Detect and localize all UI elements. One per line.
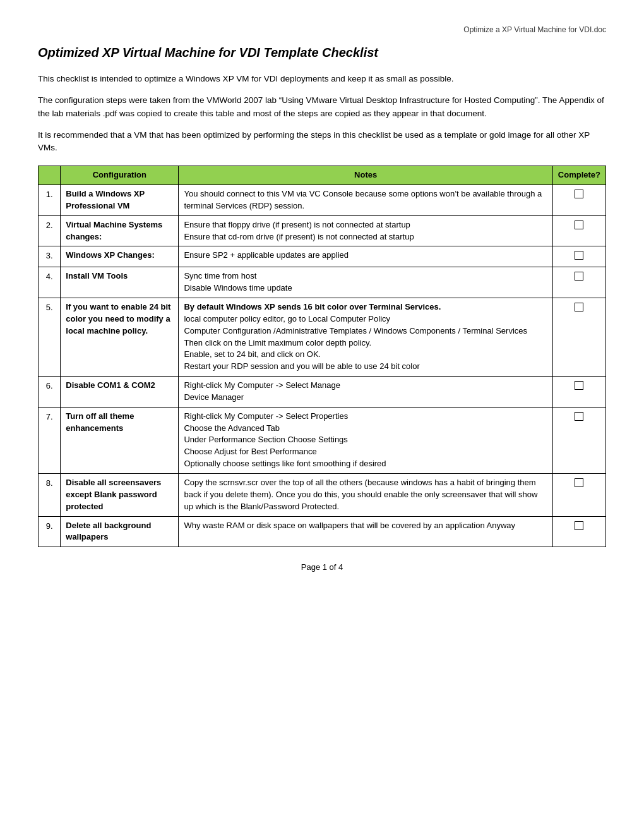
row-notes: Copy the scrnsvr.scr over the top of all… xyxy=(179,473,552,516)
row-config: Virtual Machine Systems changes: xyxy=(61,215,179,246)
row-complete-cell[interactable] xyxy=(552,377,605,408)
row-complete-cell[interactable] xyxy=(552,215,605,246)
table-row: 3.Windows XP Changes:Ensure SP2 + applic… xyxy=(39,246,606,267)
row-complete-cell[interactable] xyxy=(552,516,605,547)
row-complete-cell[interactable] xyxy=(552,473,605,516)
intro-paragraph-1: This checklist is intended to optimize a… xyxy=(38,73,606,85)
row-number: 2. xyxy=(39,215,61,246)
table-row: 1.Build a Windows XP Professional VMYou … xyxy=(39,185,606,216)
col-header-num xyxy=(39,166,61,185)
table-row: 9.Delete all background wallpapersWhy wa… xyxy=(39,516,606,547)
row-number: 4. xyxy=(39,267,61,298)
complete-checkbox[interactable] xyxy=(575,251,583,260)
row-notes: Right-click My Computer -> Select Manage… xyxy=(179,377,552,408)
col-header-complete: Complete? xyxy=(552,166,605,185)
row-notes: Sync time from hostDisable Windows time … xyxy=(179,267,552,298)
row-notes: Right-click My Computer -> Select Proper… xyxy=(179,407,552,473)
row-notes: By default Windows XP sends 16 bit color… xyxy=(179,298,552,377)
table-row: 8.Disable all screensavers except Blank … xyxy=(39,473,606,516)
row-number: 8. xyxy=(39,473,61,516)
row-number: 7. xyxy=(39,407,61,473)
row-notes: Why waste RAM or disk space on wallpaper… xyxy=(179,516,552,547)
col-header-config: Configuration xyxy=(61,166,179,185)
complete-checkbox[interactable] xyxy=(575,381,583,390)
row-config: Windows XP Changes: xyxy=(61,246,179,267)
row-config: Build a Windows XP Professional VM xyxy=(61,185,179,216)
intro-paragraph-3: It is recommended that a VM that has bee… xyxy=(38,129,606,155)
row-config: Delete all background wallpapers xyxy=(61,516,179,547)
row-config: Disable COM1 & COM2 xyxy=(61,377,179,408)
row-complete-cell[interactable] xyxy=(552,298,605,377)
complete-checkbox[interactable] xyxy=(575,412,583,421)
row-complete-cell[interactable] xyxy=(552,246,605,267)
row-complete-cell[interactable] xyxy=(552,267,605,298)
checklist-table: Configuration Notes Complete? 1.Build a … xyxy=(38,166,606,547)
row-notes: Ensure SP2 + applicable updates are appl… xyxy=(179,246,552,267)
complete-checkbox[interactable] xyxy=(575,272,583,281)
table-row: 7.Turn off all theme enhancementsRight-c… xyxy=(39,407,606,473)
row-complete-cell[interactable] xyxy=(552,407,605,473)
row-number: 3. xyxy=(39,246,61,267)
row-number: 9. xyxy=(39,516,61,547)
table-row: 4.Install VM ToolsSync time from hostDis… xyxy=(39,267,606,298)
row-config: Disable all screensavers except Blank pa… xyxy=(61,473,179,516)
row-number: 1. xyxy=(39,185,61,216)
complete-checkbox[interactable] xyxy=(575,190,583,198)
row-config: Turn off all theme enhancements xyxy=(61,407,179,473)
complete-checkbox[interactable] xyxy=(575,221,583,229)
document-title: Optimized XP Virtual Machine for VDI Tem… xyxy=(38,45,606,60)
document-filename: Optimize a XP Virtual Machine for VDI.do… xyxy=(38,25,606,34)
complete-checkbox[interactable] xyxy=(575,303,583,311)
table-row: 5.If you want to enable 24 bit color you… xyxy=(39,298,606,377)
row-complete-cell[interactable] xyxy=(552,185,605,216)
complete-checkbox[interactable] xyxy=(575,521,583,530)
col-header-notes: Notes xyxy=(179,166,552,185)
table-row: 6.Disable COM1 & COM2Right-click My Comp… xyxy=(39,377,606,408)
table-row: 2.Virtual Machine Systems changes:Ensure… xyxy=(39,215,606,246)
row-number: 5. xyxy=(39,298,61,377)
row-config: Install VM Tools xyxy=(61,267,179,298)
row-notes: You should connect to this VM via VC Con… xyxy=(179,185,552,216)
page-footer: Page 1 of 4 xyxy=(38,562,606,572)
row-notes: Ensure that floppy drive (if present) is… xyxy=(179,215,552,246)
row-number: 6. xyxy=(39,377,61,408)
intro-paragraph-2: The configuration steps were taken from … xyxy=(38,94,606,120)
complete-checkbox[interactable] xyxy=(575,478,583,487)
row-config: If you want to enable 24 bit color you n… xyxy=(61,298,179,377)
